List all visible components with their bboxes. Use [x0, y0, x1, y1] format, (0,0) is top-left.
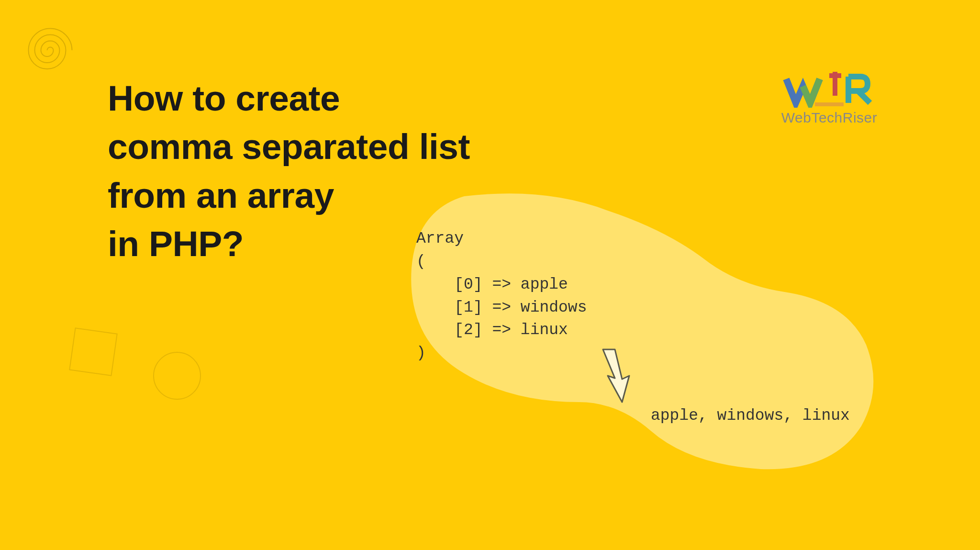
logo-icon — [781, 72, 877, 108]
arrow-icon — [589, 345, 641, 407]
result-text: apple, windows, linux — [651, 407, 850, 425]
title-line-1: How to create — [108, 74, 470, 123]
title-line-2: comma separated list — [108, 123, 470, 171]
square-decoration — [69, 327, 118, 376]
code-line-1: Array — [416, 230, 464, 247]
logo-text: WebTechRiser — [762, 110, 896, 126]
code-line-4: [1] => windows — [416, 299, 587, 316]
code-line-2: ( — [416, 253, 426, 270]
code-line-3: [0] => apple — [416, 276, 568, 293]
code-block: Array ( [0] => apple [1] => windows [2] … — [416, 227, 587, 365]
code-line-6: ) — [416, 344, 426, 362]
logo-container: WebTechRiser — [762, 72, 896, 126]
circle-decoration — [153, 352, 201, 400]
spiral-decoration — [19, 19, 81, 81]
code-line-5: [2] => linux — [416, 321, 568, 339]
